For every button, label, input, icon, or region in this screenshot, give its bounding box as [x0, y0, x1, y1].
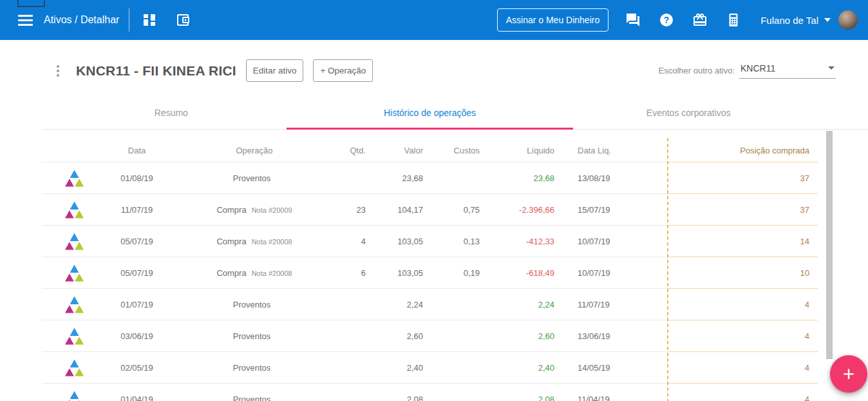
cell-net: -412,33	[486, 237, 561, 246]
cell-date: 11/07/19	[103, 205, 171, 215]
cell-date: 01/07/19	[103, 300, 171, 309]
table-header: Data Operação Qtd. Valor Custos Líquido …	[42, 138, 818, 162]
cell-net: -2.396,66	[486, 205, 561, 215]
tab-resumo[interactable]: Resumo	[42, 99, 301, 129]
cell-position: 10	[668, 268, 818, 278]
user-menu[interactable]: Fulano de Tal	[760, 15, 831, 26]
cell-operation: Proventos	[171, 173, 338, 183]
operations-table: Data Operação Qtd. Valor Custos Líquido …	[42, 138, 818, 401]
kebab-menu-icon[interactable]	[55, 64, 61, 78]
gift-icon[interactable]	[692, 12, 708, 28]
cell-value: 104,17	[372, 205, 429, 215]
header-costs: Custos	[429, 146, 486, 155]
caret-down-icon	[824, 18, 831, 22]
table-row[interactable]: 02/05/19Proventos2,402,4014/05/194	[42, 352, 818, 384]
dashboard-icon[interactable]	[142, 12, 157, 28]
chat-icon[interactable]	[625, 12, 641, 28]
cell-value: 2,40	[372, 363, 429, 373]
asset-icon	[42, 328, 103, 345]
topbar-divider	[129, 8, 129, 32]
cell-position: 4	[668, 363, 818, 373]
menu-icon[interactable]	[18, 15, 33, 26]
cell-operation: CompraNota #20009	[171, 205, 338, 215]
header-net: Líquido	[486, 146, 561, 155]
cell-net: 23,68	[486, 173, 561, 183]
tab-bar: Resumo Histórico de operações Eventos co…	[42, 99, 868, 130]
add-operation-button[interactable]: + Operação	[313, 59, 373, 82]
avatar[interactable]	[838, 10, 858, 30]
cell-operation: Proventos	[171, 300, 338, 309]
asset-icon	[42, 359, 103, 377]
asset-select-value: KNCR11	[741, 63, 775, 73]
asset-icon	[42, 296, 103, 313]
scrollbar[interactable]	[826, 131, 833, 359]
table-row[interactable]: 11/07/19CompraNota #2000923104,170,75-2.…	[42, 194, 818, 226]
cell-value: 103,05	[372, 268, 429, 278]
cell-costs: 0,13	[429, 237, 486, 246]
subscribe-button[interactable]: Assinar o Meu Dinheiro	[497, 8, 609, 32]
asset-icon	[42, 170, 103, 187]
select-caret-icon	[828, 66, 835, 70]
choose-asset-label: Escolher outro ativo:	[658, 66, 735, 75]
cell-date: 03/06/19	[103, 331, 171, 341]
cell-value: 2,60	[372, 331, 429, 341]
table-row[interactable]: 05/07/19CompraNota #200084103,050,13-412…	[42, 226, 818, 257]
cell-date: 01/04/19	[103, 395, 171, 401]
table-row[interactable]: 01/04/19Proventos2,082,0811/04/194	[42, 384, 818, 401]
cell-settle-date: 10/07/19	[561, 237, 668, 246]
cell-settle-date: 11/07/19	[561, 300, 668, 309]
header-date: Data	[103, 146, 171, 155]
cell-settle-date: 13/06/19	[561, 331, 668, 341]
cell-value: 23,68	[372, 173, 429, 183]
cell-operation: Proventos	[171, 363, 338, 373]
add-operation-fab[interactable]: +	[830, 355, 867, 393]
tab-historico-de-operacoes[interactable]: Histórico de operações	[301, 99, 560, 129]
breadcrumb: Ativos / Detalhar	[44, 14, 119, 26]
cell-position: 37	[668, 205, 818, 215]
cell-operation-note: Nota #20008	[252, 238, 292, 246]
cell-settle-date: 10/07/19	[561, 268, 668, 278]
cell-settle-date: 14/05/19	[561, 363, 668, 373]
table-row[interactable]: 03/06/19Proventos2,602,6013/06/194	[42, 320, 818, 352]
cell-net: 2,24	[486, 300, 561, 309]
asset-header: KNCR11 - FII KINEA RICI Editar ativo + O…	[55, 59, 836, 82]
cell-date: 05/07/19	[103, 237, 171, 246]
asset-icon	[42, 201, 103, 219]
cell-date: 02/05/19	[103, 363, 171, 373]
cell-qty: 4	[338, 237, 372, 246]
cell-value: 2,08	[372, 395, 429, 401]
topbar-actions: ?	[609, 12, 741, 28]
cell-net: 2,60	[486, 331, 561, 341]
cell-position: 4	[668, 300, 818, 309]
asset-select[interactable]: KNCR11	[739, 63, 836, 79]
cell-operation: CompraNota #20008	[171, 237, 338, 246]
table-row[interactable]: 05/07/19CompraNota #200086103,050,19-618…	[42, 257, 818, 289]
cell-net: 2,08	[486, 395, 561, 401]
asset-icon	[42, 264, 103, 282]
cell-value: 103,05	[372, 237, 429, 246]
table-row[interactable]: 01/08/19Proventos23,6823,6813/08/1937	[42, 162, 818, 194]
cell-operation-note: Nota #20009	[252, 206, 292, 214]
cell-operation: CompraNota #20008	[171, 268, 338, 278]
cell-position: 4	[668, 395, 818, 401]
cell-position: 14	[668, 237, 818, 246]
cell-date: 05/07/19	[103, 268, 171, 278]
choose-asset: Escolher outro ativo: KNCR11	[658, 63, 836, 79]
cell-operation: Proventos	[171, 331, 338, 341]
cell-settle-date: 13/08/19	[561, 173, 668, 183]
cell-qty: 23	[338, 205, 372, 215]
header-value: Valor	[372, 146, 429, 155]
tab-eventos-corporativos[interactable]: Eventos corporativos	[559, 99, 818, 129]
svg-text:?: ?	[664, 15, 670, 25]
header-position: Posição comprada	[668, 146, 818, 155]
help-icon[interactable]: ?	[659, 12, 674, 28]
cell-operation: Proventos	[171, 395, 338, 401]
wallet-icon[interactable]	[175, 12, 191, 28]
position-column-divider	[667, 138, 668, 401]
main-content: KNCR11 - FII KINEA RICI Editar ativo + O…	[0, 59, 868, 401]
table-row[interactable]: 01/07/19Proventos2,242,2411/07/194	[42, 289, 818, 320]
calculator-icon[interactable]	[726, 12, 741, 28]
header-operation: Operação	[171, 146, 338, 155]
edit-asset-button[interactable]: Editar ativo	[246, 59, 304, 82]
cell-settle-date: 15/07/19	[561, 205, 668, 215]
